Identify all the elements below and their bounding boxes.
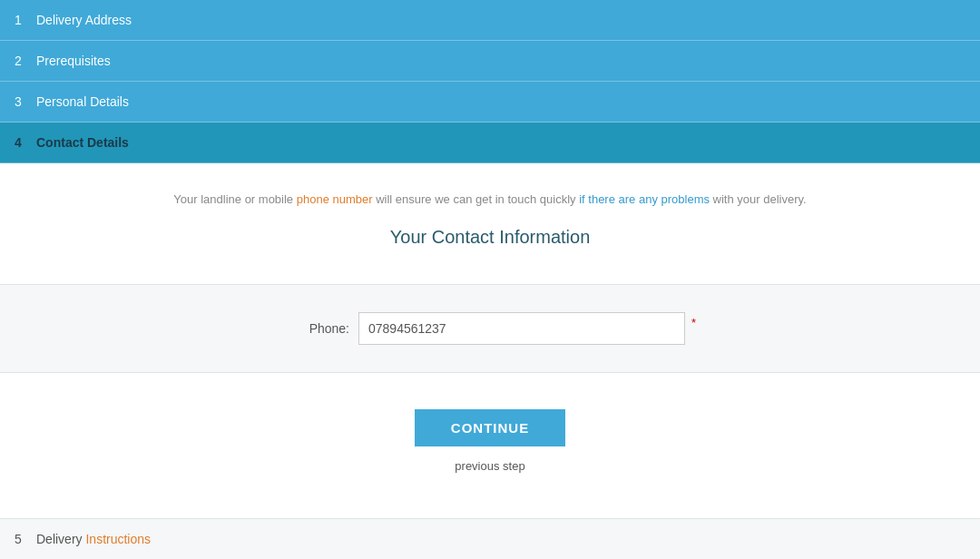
bottom-steps: 5 Delivery Instructions 6 Our Conditions xyxy=(0,518,980,560)
step-1[interactable]: 1 Delivery Address xyxy=(0,0,980,41)
step-2-label: Prerequisites xyxy=(36,54,111,68)
main-content: Your landline or mobile phone number wil… xyxy=(0,163,980,284)
previous-step-link[interactable]: previous step xyxy=(455,459,524,473)
step-2[interactable]: 2 Prerequisites xyxy=(0,41,980,82)
step-3-number: 3 xyxy=(0,94,36,109)
info-text-highlight-orange: phone number xyxy=(297,192,373,206)
section-title: Your Contact Information xyxy=(18,227,962,248)
step-5-label-highlight: Instructions xyxy=(85,532,151,546)
step-4-label: Contact Details xyxy=(36,135,129,150)
phone-label: Phone: xyxy=(295,321,349,336)
steps-top: 1 Delivery Address 2 Prerequisites 3 Per… xyxy=(0,0,980,163)
step-4-number: 4 xyxy=(0,135,36,150)
step-5-number: 5 xyxy=(0,532,36,546)
step-5-label: Delivery Instructions xyxy=(36,532,151,546)
required-star: * xyxy=(691,316,696,329)
info-text: Your landline or mobile phone number wil… xyxy=(18,191,962,209)
step-1-label: Delivery Address xyxy=(36,13,132,27)
continue-button[interactable]: CONTINUE xyxy=(415,409,565,446)
step-1-number: 1 xyxy=(0,13,36,27)
step-3-label: Personal Details xyxy=(36,94,129,109)
step-4[interactable]: 4 Contact Details xyxy=(0,123,980,163)
phone-input[interactable] xyxy=(358,312,685,345)
step-5[interactable]: 5 Delivery Instructions xyxy=(0,519,980,560)
actions-area: CONTINUE previous step xyxy=(0,373,980,491)
form-section: Phone: * xyxy=(0,284,980,373)
form-row: Phone: * xyxy=(18,312,962,345)
step-3[interactable]: 3 Personal Details xyxy=(0,82,980,123)
step-2-number: 2 xyxy=(0,54,36,68)
phone-input-wrapper: * xyxy=(358,312,685,345)
info-text-highlight-blue: if there are any problems xyxy=(579,192,710,206)
